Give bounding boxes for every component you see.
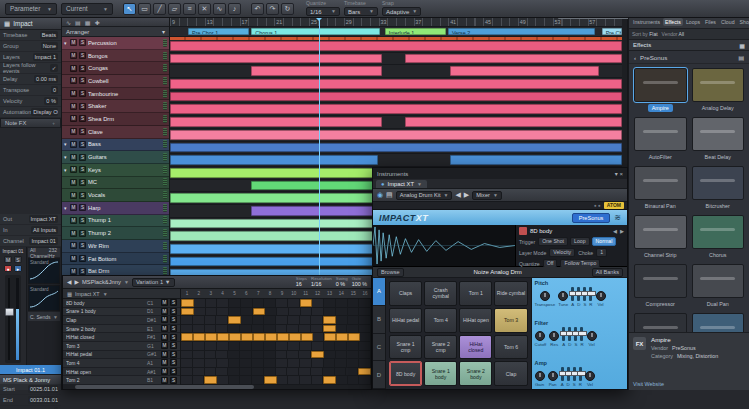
arranger-section[interactable]: Interlude 1 — [385, 28, 446, 35]
audio-clip[interactable] — [170, 79, 622, 89]
pattern-step[interactable] — [276, 351, 288, 359]
pattern-step[interactable] — [324, 359, 336, 367]
quantize-select[interactable]: 1/16▼ — [306, 7, 340, 16]
volume-fader[interactable] — [5, 275, 21, 363]
track-header-shea-drm[interactable]: MSShea Drm — [62, 113, 169, 126]
pattern-step[interactable] — [193, 333, 205, 341]
power-icon[interactable]: ◉ — [377, 191, 383, 199]
pattern-step[interactable] — [323, 368, 335, 376]
pattern-step[interactable] — [264, 299, 276, 307]
pattern-step[interactable] — [288, 316, 300, 324]
audio-clip[interactable] — [170, 92, 622, 102]
pattern-step[interactable] — [287, 368, 299, 376]
track-header-harp[interactable]: ▾MSHarp — [62, 202, 169, 215]
instruments-window-titlebar[interactable]: Instruments ▾ × — [373, 168, 627, 179]
lane-solo-button[interactable]: S — [170, 308, 177, 315]
pattern-param[interactable]: Steps16 — [296, 277, 307, 287]
pattern-step[interactable] — [193, 342, 205, 350]
effect-item-beat-delay[interactable]: Beat Delay — [692, 117, 745, 161]
list-view-icon[interactable]: ▤ — [738, 54, 744, 61]
sort-filter[interactable]: Vendor All — [662, 31, 685, 37]
lane-solo-button[interactable]: S — [170, 368, 177, 375]
pattern-step[interactable] — [181, 316, 193, 324]
folder-caret-icon[interactable]: ▾ — [64, 167, 68, 173]
pad-tom-1[interactable]: Tom 1 — [459, 281, 492, 306]
pattern-param[interactable]: Gate100 % — [352, 277, 367, 287]
folder-caret-icon[interactable]: ▾ — [64, 154, 68, 160]
presonus-button[interactable]: PreSonus — [572, 213, 611, 223]
bank-b[interactable]: B — [373, 306, 385, 334]
audio-clip[interactable] — [251, 206, 378, 216]
pattern-step[interactable] — [359, 325, 371, 333]
lane-solo-button[interactable]: S — [170, 342, 177, 349]
pattern-step[interactable] — [312, 376, 324, 384]
bank-c[interactable]: C — [373, 334, 385, 362]
inspector-row-value[interactable]: 0.00 ms — [34, 75, 58, 83]
pattern-step[interactable] — [359, 299, 371, 307]
lane-mute-button[interactable]: M — [161, 351, 168, 358]
pattern-step[interactable] — [336, 325, 348, 333]
pattern-step[interactable] — [241, 316, 253, 324]
pattern-step[interactable] — [347, 351, 359, 359]
effect-item-analog-delay[interactable]: Analog Delay — [692, 68, 745, 112]
track-solo-button[interactable]: S — [79, 90, 86, 97]
pattern-step[interactable] — [347, 359, 359, 367]
eraser-tool[interactable]: ▱ — [168, 3, 181, 15]
pattern-step[interactable] — [311, 368, 323, 376]
track-solo-button[interactable]: S — [79, 52, 86, 59]
env-slider-d[interactable]: D — [567, 367, 570, 387]
env-slider-a[interactable]: A — [562, 327, 565, 347]
pattern-step[interactable] — [323, 376, 336, 384]
effects-section-header[interactable]: Effects▦ — [629, 40, 749, 51]
pattern-step[interactable] — [193, 316, 205, 324]
pattern-step[interactable] — [300, 359, 312, 367]
pattern-step[interactable] — [240, 359, 252, 367]
pattern-step[interactable] — [241, 333, 253, 341]
knob-res[interactable]: Res — [549, 331, 559, 347]
track-mute-button[interactable]: M — [70, 166, 77, 173]
inspector-row-value[interactable]: Beats — [40, 31, 58, 39]
vel-knob[interactable]: Vel — [596, 291, 606, 307]
pad-clap[interactable]: Clap — [494, 361, 527, 386]
pattern-step[interactable] — [252, 368, 264, 376]
variation-select[interactable]: Variation 1 ▼ — [132, 278, 175, 287]
track-solo-button[interactable]: S — [79, 166, 86, 173]
effect-item-autofilter[interactable]: AutoFilter — [634, 117, 687, 161]
pad-snare-2-cmp[interactable]: Snare 2 cmp — [424, 335, 457, 360]
env-slider-d[interactable]: D — [577, 287, 580, 307]
lane-solo-button[interactable]: S — [170, 377, 177, 384]
insert-header[interactable]: All Channel232 Hz — [28, 248, 60, 257]
prev-preset-icon[interactable]: ◀ — [455, 191, 460, 199]
tab-impact-xt[interactable]: ●Impact XT▼ — [376, 180, 427, 188]
pad-tom-4[interactable]: Tom 4 — [424, 308, 457, 333]
pattern-step[interactable] — [205, 342, 217, 350]
pattern-lane-snare-1-body[interactable]: Snare 1 bodyD1MS — [63, 308, 180, 317]
track-solo-button[interactable]: S — [79, 242, 86, 249]
vel-knob[interactable]: Vel — [585, 371, 595, 387]
audio-clip[interactable] — [170, 117, 382, 127]
pad-claps[interactable]: Claps — [389, 281, 422, 306]
pattern-step[interactable] — [228, 325, 240, 333]
folder-caret-icon[interactable]: ▾ — [64, 141, 68, 147]
track-mute-button[interactable]: M — [70, 192, 77, 199]
audio-clip[interactable] — [170, 143, 622, 153]
track-mute-button[interactable]: M — [70, 103, 77, 110]
pattern-lane-hihat-closed[interactable]: HiHat closedF#1MS — [63, 333, 180, 342]
io-row[interactable]: ChannelImpact 01 — [0, 236, 61, 247]
pattern-step[interactable] — [348, 333, 360, 341]
bank-d[interactable]: D — [373, 361, 385, 389]
timebase-select[interactable]: Bars▼ — [344, 7, 378, 16]
snap-select[interactable]: Adaptive▼ — [382, 7, 421, 16]
lane-mute-button[interactable]: M — [161, 299, 168, 306]
arranger-section[interactable]: Chorus 1 — [251, 28, 380, 35]
arrow-tool[interactable]: ↖ — [123, 3, 136, 15]
pattern-step[interactable] — [312, 359, 324, 367]
visit-website-link[interactable]: Visit Website — [633, 381, 664, 387]
track-header-shaker[interactable]: MSShaker — [62, 100, 169, 113]
pattern-step[interactable] — [217, 376, 229, 384]
pattern-param[interactable]: Swing0 % — [336, 277, 348, 287]
pad-snare-2-body[interactable]: Snare 2 body — [459, 361, 492, 386]
lane-solo-button[interactable]: S — [170, 334, 177, 341]
trigger-loop[interactable]: Loop — [570, 237, 590, 246]
timeline-ruler[interactable]: 9131721252933374145495357 — [170, 18, 622, 27]
